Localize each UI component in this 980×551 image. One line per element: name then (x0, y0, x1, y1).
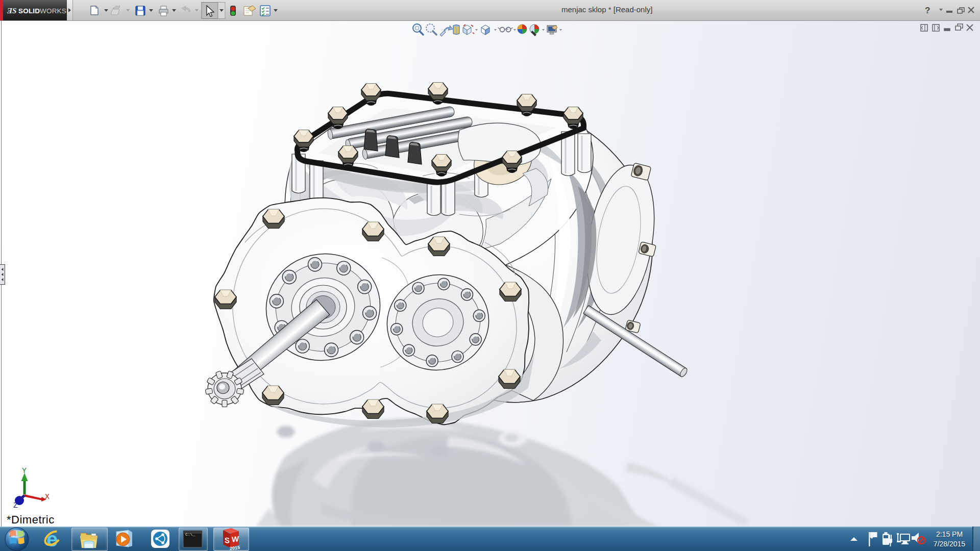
svg-text:S: S (225, 536, 230, 545)
svg-text:X: X (45, 493, 50, 502)
svg-text:?: ? (925, 6, 930, 15)
svg-text:2015: 2015 (230, 545, 240, 551)
svg-text:C:\_: C:\_ (185, 532, 195, 537)
svg-text:W: W (232, 534, 239, 544)
svg-text:Z: Z (13, 502, 18, 510)
